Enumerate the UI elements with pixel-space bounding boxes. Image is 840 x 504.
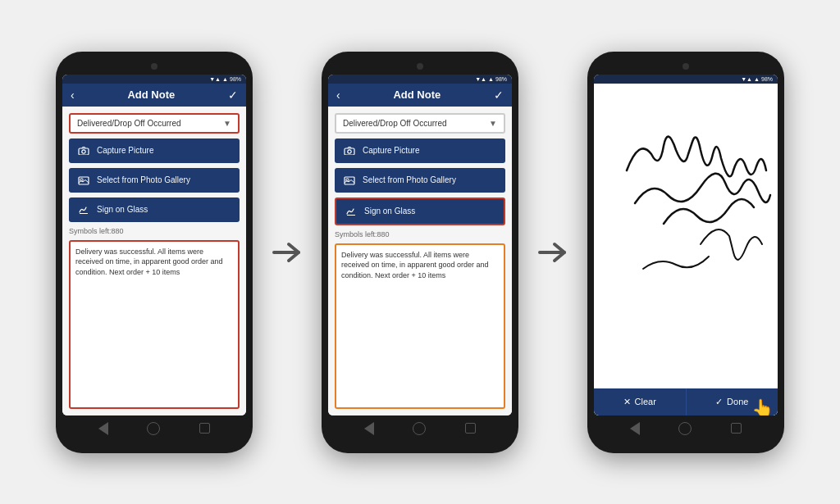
nav-bar-2: ‹ Add Note ✓ xyxy=(328,84,512,107)
signal-icon-3: ▼▲ xyxy=(741,76,752,82)
gallery-icon-1 xyxy=(77,174,90,187)
screen-1: ▼▲ ▲ 98% ‹ Add Note ✓ Delivered/Drop Off… xyxy=(62,75,246,415)
battery-text-3: 98% xyxy=(761,76,773,82)
status-bar-1: ▼▲ ▲ 98% xyxy=(62,75,246,84)
nav-bar-1: ‹ Add Note ✓ xyxy=(62,84,246,107)
sign-btn-1[interactable]: Sign on Glass xyxy=(69,198,240,222)
x-icon: ✕ xyxy=(623,397,631,407)
battery-text: 98% xyxy=(230,76,241,82)
dropdown-text-2: Delivered/Drop Off Occurred xyxy=(343,119,447,128)
gallery-btn-2[interactable]: Select from Photo Gallery xyxy=(335,168,505,193)
capture-btn-2[interactable]: Capture Picture xyxy=(335,138,505,163)
back-nav-2[interactable] xyxy=(364,422,374,435)
nav-title-2: Add Note xyxy=(393,89,441,101)
signal-icon: ▼▲ xyxy=(209,76,221,82)
check-button-1[interactable]: ✓ xyxy=(228,89,238,102)
gallery-icon-2 xyxy=(343,174,356,187)
home-nav-3[interactable] xyxy=(678,422,692,435)
sig-bottom-bar: ✕ Clear ✓ Done 👆 xyxy=(594,388,778,415)
sig-screen: ✕ Clear ✓ Done 👆 xyxy=(594,84,778,415)
arrow-2 xyxy=(533,233,573,272)
dropdown-text-1: Delivered/Drop Off Occurred xyxy=(77,119,181,128)
camera-icon-1 xyxy=(77,144,90,157)
back-button-2[interactable]: ‹ xyxy=(336,89,340,102)
home-nav-2[interactable] xyxy=(413,422,426,435)
nav-title-1: Add Note xyxy=(127,89,175,101)
phone-3: ▼▲ ▲ 98% xyxy=(587,52,784,453)
status-bar-3: ▼▲ ▲ 98% xyxy=(594,75,778,84)
screen-content-2: Delivered/Drop Off Occurred ▼ Capture Pi… xyxy=(328,107,512,415)
camera-icon-2 xyxy=(343,144,356,157)
check-button-2[interactable]: ✓ xyxy=(494,89,504,102)
signature-canvas[interactable] xyxy=(594,84,778,388)
done-button[interactable]: ✓ Done 👆 xyxy=(687,388,778,415)
phone-2: ▼▲ ▲ 98% ‹ Add Note ✓ Delivered/Drop Off… xyxy=(322,52,518,453)
home-nav-1[interactable] xyxy=(147,422,160,435)
gallery-btn-1[interactable]: Select from Photo Gallery xyxy=(69,168,240,193)
svg-point-1 xyxy=(82,150,85,153)
main-scene: ▼▲ ▲ 98% ‹ Add Note ✓ Delivered/Drop Off… xyxy=(0,0,840,504)
recent-nav-3[interactable] xyxy=(731,423,742,434)
status-bar-2: ▼▲ ▲ 98% xyxy=(328,75,512,84)
screen-2: ▼▲ ▲ 98% ‹ Add Note ✓ Delivered/Drop Off… xyxy=(328,75,512,415)
dropdown-arrow-1: ▼ xyxy=(223,119,231,128)
note-textarea-1[interactable]: Delivery was successful. All items were … xyxy=(69,240,240,409)
camera-dot-3 xyxy=(682,63,689,70)
svg-rect-0 xyxy=(79,148,89,155)
capture-label-2: Capture Picture xyxy=(363,146,419,155)
signal-icon-2: ▼▲ xyxy=(475,76,486,82)
phone-bottom-3 xyxy=(594,415,778,442)
sign-label-1: Sign on Glass xyxy=(97,205,148,214)
sign-icon-2 xyxy=(345,205,358,218)
recent-nav-1[interactable] xyxy=(199,423,210,434)
note-textarea-2[interactable]: Delivery was successful. All items were … xyxy=(335,243,505,409)
battery-text-2: 98% xyxy=(495,76,507,82)
phone-bottom-2 xyxy=(328,415,512,442)
symbols-left-2: Symbols left:880 xyxy=(335,230,505,238)
symbols-left-1: Symbols left:880 xyxy=(69,227,240,235)
screen-content-1: Delivered/Drop Off Occurred ▼ Capture Pi… xyxy=(62,107,246,415)
sign-icon-1 xyxy=(77,203,90,216)
dropdown-arrow-2: ▼ xyxy=(489,119,497,128)
cursor-hand-icon: 👆 xyxy=(751,398,774,415)
wifi-icon: ▲ xyxy=(222,76,228,82)
clear-button[interactable]: ✕ Clear xyxy=(594,388,687,415)
wifi-icon-2: ▲ xyxy=(488,76,494,82)
recent-nav-2[interactable] xyxy=(465,423,476,434)
gallery-label-2: Select from Photo Gallery xyxy=(363,175,456,184)
sign-btn-2[interactable]: Sign on Glass xyxy=(335,198,505,225)
camera-dot-2 xyxy=(417,63,423,70)
svg-point-6 xyxy=(348,150,351,153)
capture-label-1: Capture Picture xyxy=(97,146,153,155)
screen-3: ▼▲ ▲ 98% xyxy=(594,75,778,415)
gallery-label-1: Select from Photo Gallery xyxy=(97,175,190,184)
check-icon: ✓ xyxy=(715,397,723,407)
back-nav-3[interactable] xyxy=(630,422,640,435)
capture-btn-1[interactable]: Capture Picture xyxy=(69,138,240,163)
done-label: Done xyxy=(727,397,748,406)
camera-dot xyxy=(151,63,158,70)
phone-bottom-1 xyxy=(62,415,246,442)
dropdown-1[interactable]: Delivered/Drop Off Occurred ▼ xyxy=(69,113,240,134)
phone-1: ▼▲ ▲ 98% ‹ Add Note ✓ Delivered/Drop Off… xyxy=(56,52,253,453)
wifi-icon-3: ▲ xyxy=(754,76,760,82)
sign-label-2: Sign on Glass xyxy=(364,207,415,216)
dropdown-2[interactable]: Delivered/Drop Off Occurred ▼ xyxy=(335,113,505,134)
arrow-1 xyxy=(267,233,307,272)
clear-label: Clear xyxy=(635,397,656,406)
back-button-1[interactable]: ‹ xyxy=(71,89,75,102)
back-nav-1[interactable] xyxy=(98,422,108,435)
svg-rect-5 xyxy=(345,148,354,155)
